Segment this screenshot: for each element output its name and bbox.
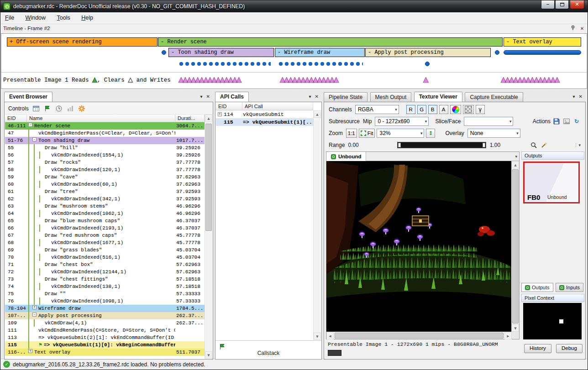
event-row[interactable]: 57 Draw "rocks" 37.77778 — [5, 159, 205, 166]
event-row[interactable]: 61 Draw "tree" 37.92593 — [5, 188, 205, 195]
expander-icon[interactable]: + — [218, 112, 222, 116]
event-row[interactable]: 113 => vkQueueSubmit(2)[1]: vkEndCommand… — [5, 334, 205, 341]
expander-icon[interactable] — [218, 120, 222, 124]
event-row[interactable]: 115 ⚑=> vkQueueSubmit(1)[0]: vkBeginComm… — [5, 341, 205, 349]
draw-call-dot[interactable] — [162, 50, 166, 55]
debug-button[interactable]: Debug — [556, 344, 583, 353]
expander-icon[interactable] — [45, 196, 49, 200]
expander-icon[interactable] — [39, 159, 43, 163]
expander-icon[interactable] — [32, 342, 37, 346]
tab-api-calls[interactable]: API Calls — [215, 92, 249, 102]
expander-icon[interactable] — [45, 240, 49, 244]
tab-unbound[interactable]: Unbound — [326, 152, 366, 161]
pin-icon[interactable] — [569, 25, 577, 32]
expander-icon[interactable] — [32, 334, 37, 339]
toolbar-overflow-icon[interactable]: ▾ — [576, 143, 581, 147]
expander-icon[interactable] — [32, 130, 37, 134]
dock-menu-icon[interactable]: ▾ — [199, 94, 205, 99]
column-api-call[interactable]: API Call — [242, 103, 313, 110]
event-table-header[interactable]: EID Name Durati... — [5, 115, 205, 122]
expander-icon[interactable] — [45, 269, 49, 273]
tab-capture-executable[interactable]: Capture Executable — [465, 92, 523, 102]
zoom-level-combo[interactable]: 32%▾ — [377, 129, 424, 138]
scroll-down-icon[interactable]: ▼ — [314, 333, 321, 340]
expander-icon[interactable] — [39, 291, 43, 295]
close-button[interactable]: ✕ — [570, 0, 584, 9]
expander-icon[interactable] — [39, 174, 43, 178]
blue-channel-button[interactable]: B — [428, 105, 437, 114]
event-row[interactable]: 72 vkCmdDrawIndexed(12144,1) 57.62963 — [5, 268, 205, 276]
fit-button[interactable]: Fit — [359, 129, 375, 138]
dock-menu-icon[interactable]: ▾ — [571, 94, 577, 99]
event-row[interactable]: 67 Draw "red mushroom caps" 45.77778 — [5, 232, 205, 239]
expander-icon[interactable] — [45, 181, 49, 185]
range-handle-white[interactable] — [483, 143, 485, 147]
column-eid[interactable]: EID — [5, 115, 27, 122]
range-max-value[interactable]: 1.00 — [490, 142, 500, 148]
scroll-up-icon[interactable]: ▲ — [314, 110, 321, 118]
tab-inputs[interactable]: Inputs — [556, 283, 583, 292]
expander-icon[interactable] — [39, 218, 43, 222]
event-row[interactable]: 66 vkCmdDrawIndexed(2193,1) 46.37037 — [5, 224, 205, 232]
pixel-context-view[interactable] — [523, 303, 582, 339]
channels-dropdown[interactable]: RGBA▾ — [355, 105, 399, 114]
event-row[interactable]: 68 vkCmdDrawIndexed(1677,1) 45.77778 — [5, 239, 205, 246]
timeline-marker-render-scene[interactable]: - Render scene — [158, 37, 503, 47]
event-row[interactable]: 55 Draw "hill" 39.25926 — [5, 144, 205, 151]
scrollbar-thumb[interactable] — [512, 169, 519, 323]
expander-icon[interactable] — [39, 247, 43, 251]
expander-icon[interactable] — [32, 327, 37, 331]
api-calls-scrollbar[interactable]: ▲ ▼ — [313, 110, 321, 340]
alpha-background-button[interactable] — [463, 105, 474, 114]
menu-file[interactable]: File — [0, 12, 19, 23]
green-channel-button[interactable]: G — [417, 105, 426, 114]
expander-icon[interactable] — [45, 167, 49, 171]
event-row[interactable]: 109 vkCmdDraw(4,1) 262.37... — [5, 319, 205, 327]
scroll-up-icon[interactable]: ▲ — [512, 161, 519, 168]
expander-icon[interactable] — [45, 298, 49, 302]
scroll-left-icon[interactable]: ◀ — [326, 332, 334, 339]
statistics-icon[interactable] — [66, 104, 74, 113]
texture-horizontal-scrollbar[interactable]: ◀ ▶ — [326, 332, 512, 339]
zoom-1-1-button[interactable]: 1:1 — [346, 129, 357, 138]
alpha-channel-button[interactable]: A — [439, 105, 448, 114]
close-icon[interactable]: ✕ — [205, 94, 212, 99]
event-row[interactable]: 64 vkCmdDrawIndexed(1062,1) 46.96296 — [5, 210, 205, 217]
draw-call-dots[interactable] — [278, 61, 363, 67]
expander-icon[interactable]: + — [32, 305, 37, 309]
scroll-up-icon[interactable]: ▲ — [205, 115, 212, 122]
scrollbar-thumb[interactable] — [335, 333, 504, 339]
tab-outputs[interactable]: Outputs — [521, 283, 553, 292]
event-row[interactable]: 73 Draw "chest fittings" 57.18518 — [5, 276, 205, 283]
event-row[interactable]: 76 vkCmdDrawIndexed(1098,1) 57.33333 — [5, 297, 205, 305]
draw-call-dot[interactable] — [495, 50, 499, 55]
time-durations-clock-icon[interactable] — [55, 104, 63, 113]
menu-window[interactable]: Window — [21, 12, 50, 23]
menu-help[interactable]: Help — [77, 12, 98, 23]
dock-menu-icon[interactable]: ▾ — [307, 94, 313, 99]
minimize-button[interactable]: – — [541, 0, 555, 9]
event-row[interactable]: 71 Draw "chest box" 57.62963 — [5, 261, 205, 268]
api-table-header[interactable]: EID API Call — [216, 103, 313, 110]
column-eid[interactable]: EID — [216, 103, 242, 110]
event-row[interactable]: 107-... -Apply post processing 262.37... — [5, 312, 205, 319]
event-row[interactable]: 58 vkCmdDrawIndexed(120,1) 37.77778 — [5, 166, 205, 173]
timeline-marker-wireframe[interactable]: - Wireframe draw — [275, 48, 365, 57]
event-row[interactable]: 56 vkCmdDrawIndexed(1554,1) 39.25926 — [5, 151, 205, 159]
expander-icon[interactable] — [45, 225, 49, 229]
expander-icon[interactable] — [45, 283, 49, 287]
scroll-down-icon[interactable]: ▼ — [512, 324, 519, 332]
red-channel-button[interactable]: R — [406, 105, 415, 114]
expander-icon[interactable] — [39, 203, 43, 207]
event-row[interactable]: 60 vkCmdDrawIndexed(60,1) 37.62963 — [5, 181, 205, 188]
api-call-row[interactable]: 115 => vkQueueSubmit(1)[... — [216, 118, 313, 126]
tab-list-icon[interactable]: ▾ — [515, 154, 517, 159]
tab-pipeline-state[interactable]: Pipeline State — [324, 92, 368, 102]
expander-icon[interactable]: - — [32, 313, 37, 317]
expander-icon[interactable]: + — [28, 349, 32, 353]
range-min-value[interactable]: 0.00 — [348, 142, 358, 148]
timeline-marker-offscreen[interactable]: + Off-screen scene rendering — [7, 37, 158, 47]
event-row[interactable]: 78-104 +Wireframe draw 1784.5... — [5, 305, 205, 312]
autofit-wand-icon[interactable] — [540, 141, 548, 149]
event-row[interactable]: 69 Draw "grass blades" 45.03704 — [5, 246, 205, 254]
